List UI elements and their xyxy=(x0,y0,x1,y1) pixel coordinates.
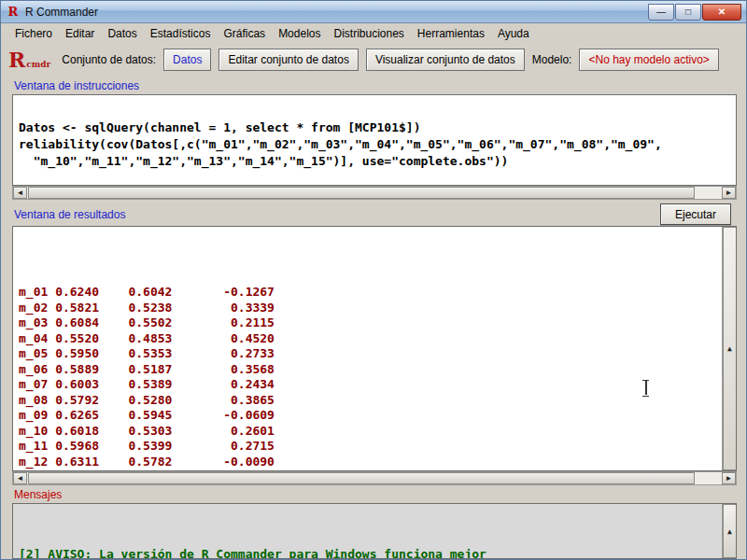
messages-window-label: Mensajes xyxy=(14,488,62,501)
scroll-right-icon[interactable]: ► xyxy=(722,187,736,199)
output-row: m_05 0.5950 0.5353 0.2733 xyxy=(19,346,736,362)
edit-dataset-button[interactable]: Editar conjunto de datos xyxy=(218,49,358,71)
output-hscroll-thumb[interactable] xyxy=(28,472,695,484)
output-row: m_03 0.6084 0.5502 0.2115 xyxy=(19,315,736,331)
close-button[interactable]: ✕ xyxy=(702,4,741,21)
script-window-label: Ventana de instrucciones xyxy=(14,79,139,92)
app-icon: R xyxy=(6,5,21,20)
minimize-button[interactable]: — xyxy=(648,4,674,21)
output-row: m_06 0.5889 0.5187 0.3568 xyxy=(19,362,736,378)
scroll-up-icon[interactable]: ▲ xyxy=(723,504,737,558)
output-hscroll-track[interactable] xyxy=(27,472,722,484)
output-row: m_10 0.6018 0.5303 0.2601 xyxy=(19,424,736,440)
output-row: m_08 0.5792 0.5280 0.3865 xyxy=(19,393,736,409)
text-cursor-icon xyxy=(641,380,650,395)
scroll-left-icon[interactable]: ◄ xyxy=(13,187,27,199)
output-row: m_07 0.6003 0.5389 0.2434 xyxy=(19,377,736,393)
output-row: m_04 0.5520 0.4853 0.4520 xyxy=(19,331,736,347)
rcmdr-logo-icon: R cmdr xyxy=(8,50,50,69)
toolbar: R cmdr Conjunto de datos: Datos Editar c… xyxy=(1,44,746,76)
script-line: "m_10","m_11","m_12","m_13","m_14","m_15… xyxy=(19,153,736,170)
window-controls: — □ ✕ xyxy=(647,4,741,21)
view-dataset-button[interactable]: Visualizar conjunto de datos xyxy=(366,49,525,71)
active-dataset-button[interactable]: Datos xyxy=(163,49,211,71)
output-row: m_11 0.5968 0.5399 0.2715 xyxy=(19,439,736,455)
title-bar[interactable]: R R Commander — □ ✕ xyxy=(1,1,746,23)
script-line: reliability(cov(Datos[,c("m_01","m_02","… xyxy=(19,136,736,153)
model-label: Modelo: xyxy=(532,53,572,66)
maximize-button[interactable]: □ xyxy=(675,4,701,21)
menu-item-distribuciones[interactable]: Distribuciones xyxy=(327,25,410,42)
scroll-up-icon[interactable]: ▲ xyxy=(723,227,737,470)
dataset-label: Conjunto de datos: xyxy=(62,53,156,66)
scroll-right-icon[interactable]: ► xyxy=(722,472,736,484)
message-line: [2] AVISO: La versión de R Commander par… xyxy=(19,547,736,559)
window-title: R Commander xyxy=(25,6,98,19)
script-scroll-thumb[interactable] xyxy=(28,187,695,199)
script-horizontal-scrollbar[interactable]: ◄ ► xyxy=(12,186,737,200)
menu-item-estadisticos[interactable]: Estadísticos xyxy=(144,25,218,42)
menu-item-datos[interactable]: Datos xyxy=(101,25,143,42)
output-row: m_12 0.6311 0.5782 -0.0090 xyxy=(19,455,736,470)
menu-bar: FicheroEditarDatosEstadísticosGráficasMo… xyxy=(1,23,746,44)
execute-button[interactable]: Ejecutar xyxy=(660,203,731,225)
menu-item-fichero[interactable]: Fichero xyxy=(8,25,59,42)
output-row: m_09 0.6265 0.5945 -0.0609 xyxy=(19,408,736,424)
messages-text[interactable]: ▲ [2] AVISO: La versión de R Commander p… xyxy=(12,503,737,559)
menu-item-graficas[interactable]: Gráficas xyxy=(217,25,272,42)
results-window-label: Ventana de resultados xyxy=(14,208,125,221)
output-vertical-scrollbar[interactable]: ▲ ▼ xyxy=(722,227,736,470)
menu-item-editar[interactable]: Editar xyxy=(59,25,101,42)
script-line: Datos <- sqlQuery(channel = 1, select * … xyxy=(19,119,736,136)
output-text[interactable]: ▲ ▼ m_01 0.6240 0.6042 -0.1267m_02 0.582… xyxy=(12,226,737,471)
output-horizontal-scrollbar[interactable]: ◄ ► xyxy=(12,471,737,485)
output-row: m_01 0.6240 0.6042 -0.1267 xyxy=(19,285,736,301)
script-scroll-track[interactable] xyxy=(27,187,722,199)
messages-vertical-scrollbar[interactable]: ▲ xyxy=(722,504,736,558)
r-commander-window: R R Commander — □ ✕ FicheroEditarDatosEs… xyxy=(0,0,747,560)
menu-item-herramientas[interactable]: Herramientas xyxy=(411,25,491,42)
script-text[interactable]: Datos <- sqlQuery(channel = 1, select * … xyxy=(12,94,737,186)
menu-item-modelos[interactable]: Modelos xyxy=(272,25,327,42)
active-model-button[interactable]: <No hay modelo activo> xyxy=(579,49,718,71)
output-row: m_02 0.5821 0.5238 0.3339 xyxy=(19,301,736,316)
menu-item-ayuda[interactable]: Ayuda xyxy=(491,25,536,42)
scroll-left-icon[interactable]: ◄ xyxy=(13,472,27,484)
